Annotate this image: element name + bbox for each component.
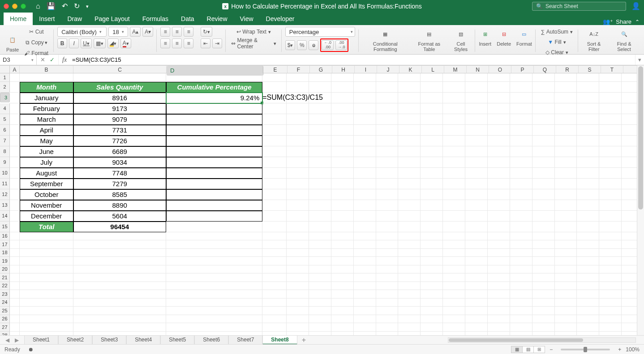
cell-blank[interactable] [532, 93, 555, 103]
orientation-button[interactable]: ↻▾ [201, 27, 212, 37]
cell-blank[interactable] [510, 232, 532, 241]
cell-blank[interactable] [354, 114, 376, 125]
cell-blank[interactable] [555, 179, 577, 189]
redo-icon[interactable]: ↻ [74, 3, 80, 10]
cell-blank[interactable] [555, 257, 577, 265]
cell-E2[interactable] [262, 82, 287, 93]
cell-blank[interactable] [421, 146, 443, 157]
cell-blank[interactable] [577, 282, 599, 290]
cell-blank[interactable] [287, 189, 309, 200]
cell-blank[interactable] [354, 157, 376, 168]
cell-blank[interactable] [555, 249, 577, 257]
cell-blank[interactable] [354, 146, 376, 157]
zoom-slider[interactable] [561, 349, 610, 350]
row-header-7[interactable]: 7 [0, 136, 10, 146]
cell-blank[interactable] [354, 240, 376, 249]
cell-blank[interactable] [354, 211, 376, 222]
row-header-20[interactable]: 20 [0, 265, 10, 274]
collapse-ribbon-icon[interactable]: ⌃ [635, 19, 640, 25]
cell-blank[interactable] [532, 125, 555, 136]
cell-blank[interactable] [532, 136, 555, 146]
cell-blank[interactable] [488, 93, 510, 103]
view-layout-button[interactable]: ▤ [522, 346, 534, 353]
cell-blank[interactable] [354, 282, 376, 290]
cell-blank[interactable] [532, 189, 555, 200]
cell-blank[interactable] [398, 73, 421, 82]
cell-blank[interactable] [488, 257, 510, 265]
cell-blank[interactable] [331, 307, 354, 315]
cell-blank[interactable] [331, 200, 354, 211]
cell-blank[interactable] [599, 82, 622, 93]
cell-blank[interactable] [331, 282, 354, 290]
row-header-11[interactable]: 11 [0, 179, 10, 189]
cell-blank[interactable] [443, 265, 465, 274]
delete-cells-button[interactable]: ⊟Delete [497, 27, 511, 47]
cell-blank[interactable] [443, 323, 465, 332]
save-icon[interactable]: 💾 [47, 3, 56, 10]
cell-C2[interactable]: Sales Quantity [73, 82, 166, 93]
cell-blank[interactable] [532, 332, 555, 336]
cell-blank[interactable] [599, 168, 622, 179]
cell-blank[interactable] [443, 93, 465, 103]
cell-blank[interactable] [488, 282, 510, 290]
cell-blank[interactable] [532, 146, 555, 157]
cell-blank[interactable] [398, 179, 421, 189]
cell-blank[interactable] [465, 146, 488, 157]
cell-blank[interactable] [510, 315, 532, 324]
cell-blank[interactable] [354, 125, 376, 136]
cell-blank[interactable] [287, 211, 309, 222]
cell-blank[interactable] [309, 157, 331, 168]
cell-blank[interactable] [354, 103, 376, 114]
row-header-27[interactable]: 27 [0, 323, 10, 332]
cell-blank[interactable] [354, 265, 376, 274]
cell-blank[interactable] [287, 273, 309, 282]
align-right-button[interactable]: ≡ [184, 38, 193, 48]
cell-C12[interactable]: 8585 [73, 189, 166, 200]
cell-blank[interactable] [510, 299, 532, 307]
cell-blank[interactable] [510, 125, 532, 136]
zoom-in-button[interactable]: + [618, 346, 621, 353]
cell-blank[interactable] [354, 168, 376, 179]
cell-blank[interactable] [465, 232, 488, 241]
row-header-28[interactable]: 28 [0, 332, 10, 336]
cell-blank[interactable] [331, 179, 354, 189]
row-header-6[interactable]: 6 [0, 125, 10, 136]
cell-blank[interactable] [421, 282, 443, 290]
qat-dropdown-icon[interactable]: ▾ [86, 4, 89, 9]
cell-blank[interactable] [309, 73, 331, 82]
cell-blank[interactable] [421, 323, 443, 332]
align-left-button[interactable]: ≡ [160, 38, 170, 48]
cell-blank[interactable] [443, 200, 465, 211]
cell-blank[interactable] [331, 265, 354, 274]
cell-blank[interactable] [488, 290, 510, 299]
cell-blank[interactable] [488, 82, 510, 93]
cell-blank[interactable] [398, 146, 421, 157]
cell-blank[interactable] [599, 189, 622, 200]
cell-blank[interactable] [555, 232, 577, 241]
insert-cells-button[interactable]: ⊞Insert [479, 27, 491, 47]
cell-blank[interactable] [287, 257, 309, 265]
cell-blank[interactable] [577, 232, 599, 241]
cell-blank[interactable] [465, 265, 488, 274]
tab-data[interactable]: Data [175, 13, 201, 25]
cell-D4[interactable] [166, 103, 262, 114]
cell-blank[interactable] [555, 211, 577, 222]
scrollbar-thumb[interactable] [449, 338, 583, 342]
row-header-19[interactable]: 19 [0, 257, 10, 265]
sheet-tab-4[interactable]: Sheet4 [126, 336, 160, 345]
cell-blank[interactable] [443, 179, 465, 189]
cell-blank[interactable] [331, 157, 354, 168]
col-header-N[interactable]: N [467, 66, 489, 73]
cell-blank[interactable] [309, 323, 331, 332]
cell-blank[interactable] [398, 232, 421, 241]
cell-D1[interactable] [166, 73, 262, 82]
cell-B8[interactable]: June [20, 146, 73, 157]
autosum-button[interactable]: ∑ AutoSum▾ [539, 27, 575, 37]
cell-blank[interactable] [577, 211, 599, 222]
cell-blank[interactable] [555, 168, 577, 179]
cell-C14[interactable]: 5604 [73, 211, 166, 222]
cell-blank[interactable] [555, 222, 577, 232]
cell-C3[interactable]: 8916 [73, 93, 166, 103]
increase-decimal-button[interactable]: ←.0.00 [322, 40, 334, 50]
cell-blank[interactable] [443, 332, 465, 336]
